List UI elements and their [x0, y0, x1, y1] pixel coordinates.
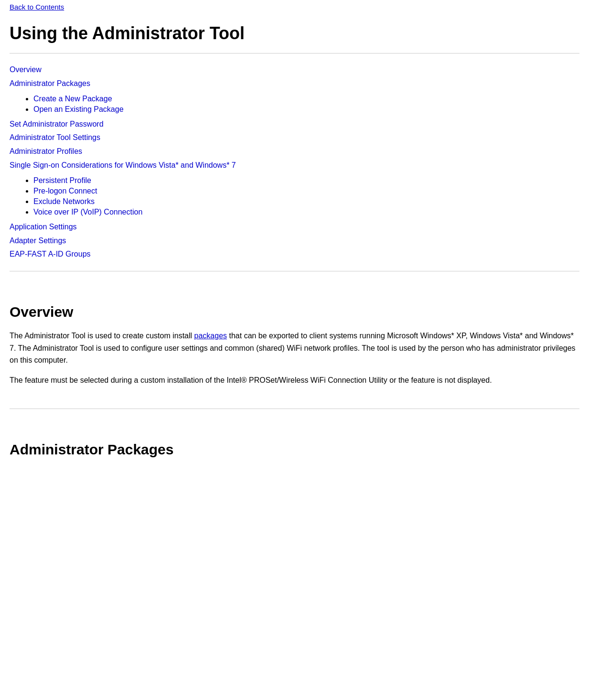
list-item: Pre-logon Connect: [33, 187, 579, 195]
toc-sso-link[interactable]: Single Sign-on Considerations for Window…: [10, 159, 579, 172]
toc-admin-profiles-link[interactable]: Administrator Profiles: [10, 145, 579, 159]
toc-open-package-link[interactable]: Open an Existing Package: [33, 105, 124, 113]
overview-section: Overview The Administrator Tool is used …: [10, 285, 579, 403]
table-of-contents: Overview Administrator Packages Create a…: [10, 58, 579, 266]
toc-set-password-link[interactable]: Set Administrator Password: [10, 118, 579, 131]
list-item: Create a New Package: [33, 95, 579, 103]
list-item: Open an Existing Package: [33, 105, 579, 114]
toc-overview-link[interactable]: Overview: [10, 63, 579, 77]
toc-create-package-link[interactable]: Create a New Package: [33, 95, 112, 103]
toc-adapter-settings-link[interactable]: Adapter Settings: [10, 234, 579, 248]
overview-bottom-divider: [10, 409, 579, 409]
overview-packages-link[interactable]: packages: [194, 332, 227, 340]
admin-packages-heading: Administrator Packages: [10, 442, 579, 458]
toc-exclude-networks-link[interactable]: Exclude Networks: [33, 197, 95, 205]
toc-packages-sublist: Create a New Package Open an Existing Pa…: [33, 95, 579, 114]
toc-admin-tool-settings-link[interactable]: Administrator Tool Settings: [10, 131, 579, 145]
toc-eap-fast-link[interactable]: EAP-FAST A-ID Groups: [10, 248, 579, 261]
toc-bottom-divider: [10, 271, 579, 271]
toc-app-settings-link[interactable]: Application Settings: [10, 220, 579, 234]
list-item: Exclude Networks: [33, 197, 579, 206]
overview-paragraph-2: The feature must be selected during a cu…: [10, 374, 579, 387]
admin-packages-section: Administrator Packages: [10, 422, 579, 477]
overview-paragraph-1: The Administrator Tool is used to create…: [10, 330, 579, 366]
overview-heading: Overview: [10, 304, 579, 320]
page-title: Using the Administrator Tool: [10, 23, 579, 43]
toc-voip-link[interactable]: Voice over IP (VoIP) Connection: [33, 208, 142, 216]
back-to-contents-link[interactable]: Back to Contents: [10, 0, 579, 14]
toc-admin-packages-link[interactable]: Administrator Packages: [10, 77, 579, 91]
toc-prelogon-connect-link[interactable]: Pre-logon Connect: [33, 187, 97, 195]
toc-sso-sublist: Persistent Profile Pre-logon Connect Exc…: [33, 176, 579, 216]
overview-para1-before: The Administrator Tool is used to create…: [10, 332, 194, 340]
top-divider: [10, 53, 579, 54]
toc-persistent-profile-link[interactable]: Persistent Profile: [33, 176, 91, 184]
list-item: Voice over IP (VoIP) Connection: [33, 208, 579, 216]
list-item: Persistent Profile: [33, 176, 579, 185]
